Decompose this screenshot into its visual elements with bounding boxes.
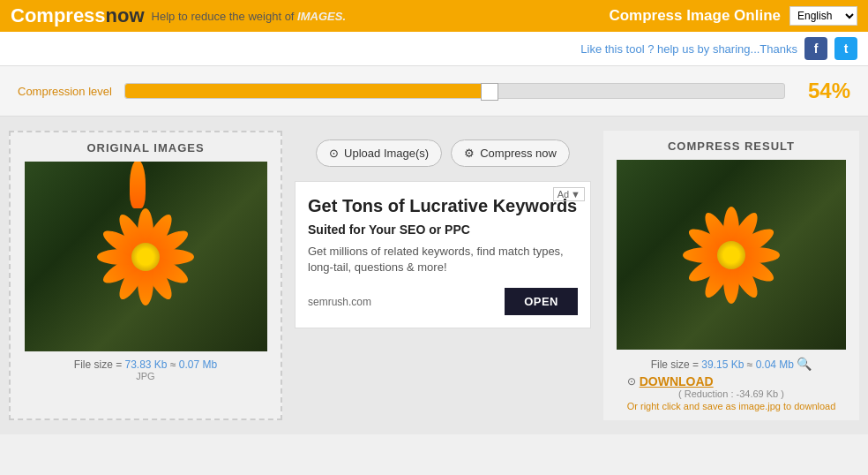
download-icon: ⊙ (627, 375, 636, 388)
flower (93, 204, 198, 310)
social-bar: Like this tool ? help us by sharing...Th… (0, 32, 868, 66)
ad-domain: semrush.com (308, 296, 371, 308)
header: Compressnow Help to reduce the weight of… (0, 0, 868, 32)
compression-slider[interactable] (124, 83, 785, 99)
result-panel: COMPRESS RESULT (603, 131, 859, 420)
upload-icon: ⊙ (329, 147, 339, 160)
result-flower-center (717, 241, 745, 269)
header-left: Compressnow Help to reduce the weight of… (11, 4, 346, 27)
result-file-size-kb: 39.15 Kb (701, 358, 744, 371)
twitter-icon[interactable]: t (834, 37, 857, 60)
compress-icon: ⚙ (464, 147, 475, 160)
header-right: Compress Image Online English Français E… (609, 6, 857, 26)
download-row: ⊙ DOWNLOAD (627, 374, 836, 388)
slider-fill (125, 84, 481, 98)
logo-compress-text: Compress (11, 4, 106, 26)
result-panel-title: COMPRESS RESULT (668, 139, 795, 153)
reduction-text: ( Reduction : -34.69 Kb ) (627, 388, 836, 399)
compress-button[interactable]: ⚙ Compress now (451, 139, 570, 167)
tagline: Help to reduce the weight of IMAGES. (152, 10, 346, 23)
result-image (617, 160, 846, 350)
compression-bar-area: Compression level 54% (0, 66, 868, 117)
original-panel-title: ORIGINAL IMAGES (86, 141, 204, 155)
compression-percent: 54% (797, 79, 850, 103)
result-flower-background (617, 160, 846, 350)
download-link[interactable]: DOWNLOAD (640, 374, 714, 388)
ad-subhead: Suited for Your SEO or PPC (308, 222, 578, 237)
ad-body: Get millions of related keywords, find m… (308, 244, 578, 275)
original-file-type: JPG (74, 371, 217, 381)
original-file-size-mb: 0.07 Mb (179, 358, 217, 371)
logo: Compressnow (11, 4, 145, 27)
facebook-icon[interactable]: f (804, 37, 827, 60)
result-flower (678, 202, 784, 308)
compression-label: Compression level (18, 85, 112, 98)
save-hint: Or right click and save as image.jpg to … (627, 401, 836, 411)
original-file-size-kb: 73.83 Kb (125, 358, 168, 371)
original-panel: ORIGINAL IMAGES (9, 131, 282, 420)
ad-headline: Get Tons of Lucrative Keywords (308, 194, 578, 217)
middle-panel: ⊙ Upload Image(s) ⚙ Compress now Ad ▼ Ge… (282, 131, 603, 420)
flower-background (25, 162, 267, 351)
logo-now-text: now (106, 4, 145, 26)
flower-center (131, 243, 160, 271)
result-file-info: File size = 39.15 Kb ≈ 0.04 Mb 🔍 ⊙ DOWNL… (627, 357, 836, 411)
compress-label: Compress now (480, 147, 557, 160)
site-title: Compress Image Online (609, 7, 781, 25)
ad-box: Ad ▼ Get Tons of Lucrative Keywords Suit… (295, 181, 591, 328)
upload-label: Upload Image(s) (344, 147, 429, 160)
original-file-info: File size = 73.83 Kb ≈ 0.07 Mb JPG (74, 358, 217, 381)
original-image (25, 162, 267, 351)
result-file-size-mb: 0.04 Mb (756, 358, 794, 371)
search-icon: 🔍 (797, 357, 812, 371)
chevron-down-icon: ▼ (571, 189, 580, 200)
upload-button[interactable]: ⊙ Upload Image(s) (316, 139, 442, 167)
language-select[interactable]: English Français Español Deutsch (789, 6, 857, 26)
slider-thumb[interactable] (481, 83, 498, 101)
ad-open-button[interactable]: OPEN (505, 288, 578, 315)
ad-label: Ad ▼ (553, 187, 585, 201)
action-buttons: ⊙ Upload Image(s) ⚙ Compress now (316, 139, 570, 167)
main-content: ORIGINAL IMAGES (0, 117, 868, 434)
social-text: Like this tool ? help us by sharing...Th… (580, 42, 797, 56)
ad-footer: semrush.com OPEN (308, 288, 578, 315)
